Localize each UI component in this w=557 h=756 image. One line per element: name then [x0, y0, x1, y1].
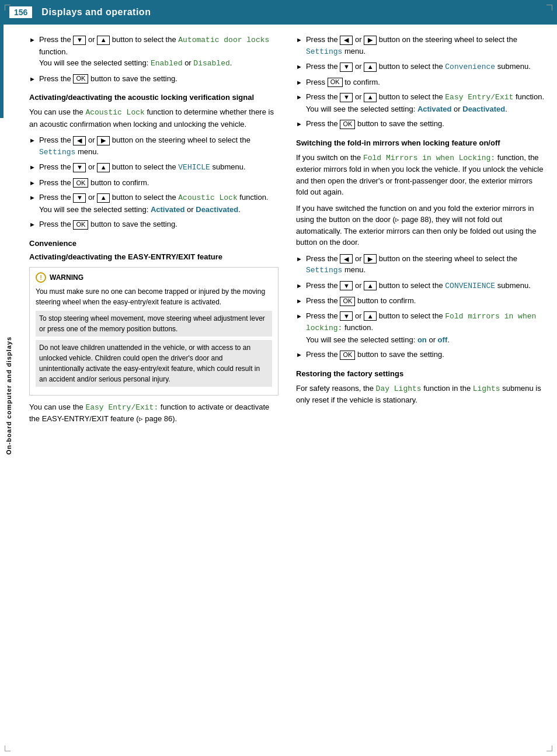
- acoustic-text-5: Press the OK button to save the setting.: [39, 219, 278, 230]
- fold-text-4: Press the ▼ or ▲ button to select the Fo…: [306, 310, 545, 346]
- fold-arrow-3: ►: [296, 296, 302, 306]
- acoustic-arrow-2: ►: [29, 162, 36, 172]
- vehicle-text: VEHICLE: [178, 163, 210, 172]
- fold-bullet-3: ► Press the OK button to confirm.: [296, 295, 545, 307]
- activated-text: Activated: [151, 205, 185, 214]
- warning-para-3: Do not leave children unattended in the …: [36, 340, 272, 387]
- acoustic-arrow-3: ►: [29, 178, 36, 188]
- settings-text-a1: Settings: [39, 148, 75, 157]
- off-text: off: [438, 335, 448, 344]
- fold-text-2: Press the ▼ or ▲ button to select the CO…: [306, 280, 545, 292]
- acoustic-arrow-5: ►: [29, 220, 36, 230]
- easy-entry-body: You can use the Easy Entry/Exit: functio…: [29, 401, 278, 425]
- bullet-arrow-1: ►: [29, 35, 36, 45]
- acoustic-bullet-4: ► Press the ▼ or ▲ button to select the …: [29, 192, 278, 215]
- ok-btn-a3: OK: [73, 178, 88, 188]
- page-number: 156: [9, 6, 32, 18]
- up-btn-a4: ▲: [97, 193, 110, 203]
- acoustic-text-2: Press the ▼ or ▲ button to select the VE…: [39, 161, 278, 174]
- side-label-container: On-board computer and displays: [0, 35, 18, 756]
- right-arrow-4: ►: [296, 92, 302, 102]
- right-bullet-2: ► Press the ▼ or ▲ button to select the …: [296, 61, 545, 73]
- warning-icon: !: [36, 272, 46, 283]
- left-bullet-2: ► Press the OK button to save the settin…: [29, 73, 278, 85]
- right-arrow-5: ►: [296, 119, 302, 129]
- deactivated-text: Deactivated: [196, 205, 238, 214]
- fold-bullet-4: ► Press the ▼ or ▲ button to select the …: [296, 310, 545, 346]
- acoustic-lock-text: Acoustic Lock: [85, 108, 144, 117]
- corner-mark-tr: [546, 5, 552, 11]
- warning-para-1: You must make sure no one can become tra…: [36, 286, 272, 307]
- warning-para-2: To stop steering wheel movement, move st…: [36, 311, 272, 337]
- header-bar: 156 Displays and operation: [0, 0, 557, 25]
- warning-header: ! WARNING: [36, 272, 272, 283]
- right-arrow-3: ►: [296, 78, 302, 88]
- auto-door-locks-text: Automatic door locks: [178, 36, 269, 44]
- up-btn-r2: ▲: [364, 63, 377, 72]
- right-bullet-1: ► Press the ◀ or ▶ button on the steerin…: [296, 34, 545, 57]
- acoustic-bullet-1: ► Press the ◀ or ▶ button on the steerin…: [29, 134, 278, 158]
- on-text: on: [417, 335, 427, 344]
- fold-bullet-2: ► Press the ▼ or ▲ button to select the …: [296, 280, 545, 292]
- up-btn-a2: ▲: [97, 163, 110, 172]
- up-btn-f2: ▲: [364, 281, 377, 290]
- left-bullet-1: ► Press the ▼ or ▲ button to select the …: [29, 34, 278, 70]
- page-wrapper: 156 Displays and operation On-board comp…: [0, 0, 557, 756]
- fold-mirrors-body2: If you have switched the function on and…: [296, 203, 545, 248]
- down-arrow-btn: ▼: [73, 36, 86, 45]
- right-text-5: Press the OK button to save the setting.: [306, 118, 545, 130]
- right-arrow-btn-a1: ▶: [97, 136, 110, 145]
- right-arrow-2: ►: [296, 62, 302, 72]
- fold-bullet-1: ► Press the ◀ or ▶ button on the steerin…: [296, 253, 545, 276]
- fold-mirrors-ref: Fold Mirrors in when Locking:: [363, 154, 495, 162]
- content-area: ► Press the ▼ or ▲ button to select the …: [18, 25, 557, 441]
- activated-r4: Activated: [417, 105, 452, 113]
- bullet-text-1: Press the ▼ or ▲ button to select the Au…: [39, 34, 278, 70]
- disabled-text: Disabled: [193, 59, 229, 68]
- acoustic-bullet-3: ► Press the OK button to confirm.: [29, 177, 278, 189]
- acoustic-text-1: Press the ◀ or ▶ button on the steering …: [39, 134, 278, 158]
- easy-entry-ref: Easy Entry/Exit:: [85, 403, 158, 412]
- factory-body: For safety reasons, the Day Lights funct…: [296, 383, 545, 406]
- acoustic-text-3: Press the OK button to confirm.: [39, 177, 278, 189]
- fold-arrow-2: ►: [296, 281, 302, 291]
- left-arrow-btn-a1: ◀: [73, 136, 86, 145]
- settings-f1: Settings: [306, 266, 342, 275]
- enabled-text: Enabled: [151, 59, 183, 68]
- left-column: ► Press the ▼ or ▲ button to select the …: [29, 34, 278, 429]
- right-column: ► Press the ◀ or ▶ button on the steerin…: [296, 34, 545, 429]
- warning-box: ! WARNING You must make sure no one can …: [29, 267, 278, 396]
- right-text-1: Press the ◀ or ▶ button on the steering …: [306, 34, 545, 57]
- convenience-text-r2: Convenience: [445, 63, 495, 71]
- fold-arrow-1: ►: [296, 254, 302, 264]
- day-lights-text: Day Lights: [376, 384, 422, 393]
- ok-btn-f5: OK: [340, 351, 355, 360]
- factory-heading: Restoring the factory settings: [296, 369, 545, 379]
- lights-text: Lights: [473, 384, 500, 393]
- bullet-text-2: Press the OK button to save the setting.: [39, 73, 278, 85]
- fold-text-1: Press the ◀ or ▶ button on the steering …: [306, 253, 545, 276]
- fold-bullet-5: ► Press the OK button to save the settin…: [296, 349, 545, 360]
- corner-mark-br: [546, 745, 552, 751]
- down-btn-a4: ▼: [73, 193, 86, 203]
- acoustic-body: You can use the Acoustic Lock function t…: [29, 106, 278, 130]
- header-title: Displays and operation: [41, 7, 151, 18]
- ok-btn-a5: OK: [73, 220, 88, 230]
- fold-text-5: Press the OK button to save the setting.: [306, 349, 545, 360]
- warning-title: WARNING: [50, 273, 83, 282]
- ok-btn-1: OK: [73, 74, 88, 84]
- left-btn-f1: ◀: [340, 254, 353, 263]
- easy-entry-r4: Easy Entry/Exit: [445, 93, 513, 102]
- right-bullet-3: ► Press OK to confirm.: [296, 77, 545, 88]
- acoustic-arrow-1: ►: [29, 136, 36, 145]
- right-arrow-1: ►: [296, 35, 302, 45]
- fold-arrow-4: ►: [296, 311, 302, 321]
- up-btn-r4: ▲: [364, 93, 377, 102]
- down-btn-f4: ▼: [340, 311, 353, 321]
- acoustic-arrow-4: ►: [29, 193, 36, 203]
- ok-btn-r3: OK: [328, 78, 343, 87]
- down-btn-r4: ▼: [340, 93, 353, 102]
- acoustic-heading: Activating/deactivating the acoustic loc…: [29, 92, 278, 103]
- down-btn-a2: ▼: [73, 163, 86, 172]
- right-text-2: Press the ▼ or ▲ button to select the Co…: [306, 61, 545, 73]
